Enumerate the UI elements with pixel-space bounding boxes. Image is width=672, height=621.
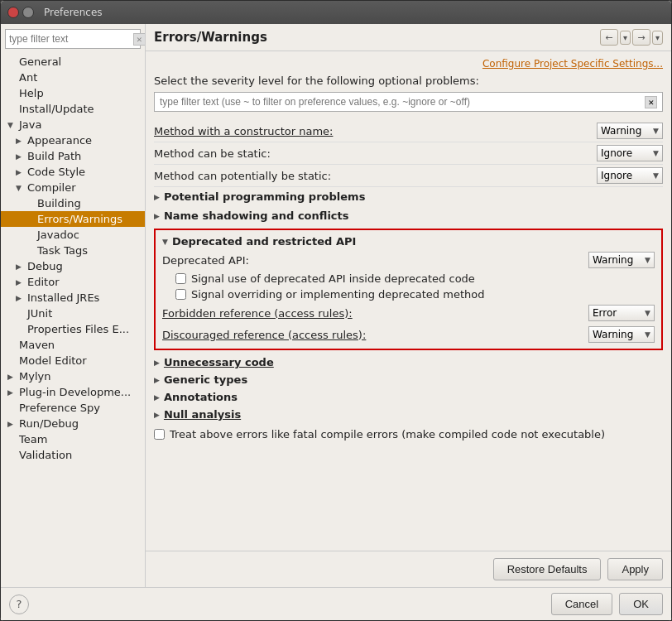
cancel-button[interactable]: Cancel: [551, 593, 612, 615]
forward-dropdown[interactable]: ▾: [652, 31, 663, 45]
sidebar-item-build-path[interactable]: ▶ Build Path: [1, 148, 145, 164]
section-name-shadowing[interactable]: ▶ Name shadowing and conflicts: [154, 206, 663, 225]
sidebar-item-label: JUnit: [27, 307, 52, 320]
sidebar-item-properties-files[interactable]: Properties Files E...: [1, 321, 145, 337]
sidebar-item-label: Appearance: [27, 134, 92, 147]
row-deprecated-api: Deprecated API: Warning ▼: [162, 249, 655, 271]
sidebar-item-model-editor[interactable]: Model Editor: [1, 353, 145, 368]
panel-filter-clear[interactable]: ✕: [645, 96, 657, 108]
sidebar-item-java[interactable]: ▼ Java: [1, 117, 145, 132]
bottom-checkbox-row: Treat above errors like fatal compile er…: [154, 423, 663, 445]
sidebar-item-code-style[interactable]: ▶ Code Style: [1, 164, 145, 180]
apply-button[interactable]: Apply: [607, 558, 663, 580]
sidebar-item-preference-spy[interactable]: Preference Spy: [1, 400, 145, 416]
expand-icon: ▶: [16, 262, 24, 271]
sidebar-item-label: Build Path: [27, 150, 81, 162]
section-label: Name shadowing and conflicts: [164, 209, 349, 222]
sidebar-item-label: Building: [37, 197, 81, 209]
expand-icon: ▶: [154, 359, 160, 367]
sidebar-item-plug-in-dev[interactable]: ▶ Plug-in Developme...: [1, 384, 145, 400]
dropdown-icon: ▼: [645, 256, 650, 264]
sidebar-item-label: Run/Debug: [19, 417, 79, 430]
sidebar-item-install-update[interactable]: Install/Update: [1, 101, 145, 117]
sidebar-item-ant[interactable]: Ant: [1, 70, 145, 85]
sidebar-item-label: Ant: [19, 71, 37, 84]
titlebar: Preferences: [1, 1, 671, 24]
expand-icon: ▶: [154, 411, 160, 419]
sidebar-item-task-tags[interactable]: Task Tags: [1, 243, 145, 258]
expand-icon: ▶: [16, 294, 24, 302]
fatal-errors-label: Treat above errors like fatal compile er…: [170, 428, 605, 440]
sidebar-item-label: Properties Files E...: [27, 323, 129, 335]
severity-select-method-constructor[interactable]: Warning ▼: [597, 123, 663, 139]
severity-value: Warning: [593, 254, 633, 266]
severity-value: Ignore: [601, 147, 632, 159]
sidebar-item-building[interactable]: Building: [1, 195, 145, 211]
sidebar-item-debug[interactable]: ▶ Debug: [1, 258, 145, 274]
close-button[interactable]: [7, 7, 19, 18]
row-label: Method can be static:: [154, 147, 597, 160]
configure-link[interactable]: Configure Project Specific Settings...: [154, 58, 663, 70]
ok-button[interactable]: OK: [619, 593, 663, 615]
bottom-right-buttons: Cancel OK: [551, 593, 663, 615]
sidebar-filter-box[interactable]: ✕: [5, 29, 141, 49]
sidebar-item-editor[interactable]: ▶ Editor: [1, 274, 145, 290]
select-label: Select the severity level for the follow…: [154, 75, 663, 87]
section-unnecessary-code[interactable]: ▶ Unnecessary code: [154, 354, 663, 371]
severity-select-discouraged[interactable]: Warning ▼: [588, 326, 655, 343]
severity-select-deprecated-api[interactable]: Warning ▼: [588, 252, 655, 268]
section-label: Generic types: [164, 373, 247, 386]
deprecated-section: ▼ Deprecated and restricted API Deprecat…: [154, 229, 663, 350]
section-null-analysis[interactable]: ▶ Null analysis: [154, 406, 663, 423]
expand-icon: ▼: [7, 121, 16, 129]
severity-select-forbidden[interactable]: Error ▼: [588, 305, 655, 321]
sidebar-item-label: Mylyn: [19, 370, 50, 383]
deprecated-section-header[interactable]: ▼ Deprecated and restricted API: [162, 233, 655, 249]
sidebar-item-installed-jres[interactable]: ▶ Installed JREs: [1, 290, 145, 306]
sidebar-item-label: Debug: [27, 260, 63, 272]
sidebar-item-run-debug[interactable]: ▶ Run/Debug: [1, 416, 145, 431]
signal-overriding-checkbox[interactable]: [175, 289, 186, 300]
expand-icon: ▶: [16, 278, 24, 286]
sidebar-item-mylyn[interactable]: ▶ Mylyn: [1, 368, 145, 384]
signal-deprecated-checkbox[interactable]: [175, 273, 186, 284]
window-controls: [7, 7, 34, 18]
sidebar-item-compiler[interactable]: ▼ Compiler: [1, 180, 145, 195]
sidebar-item-label: Compiler: [27, 181, 76, 194]
section-potential-programming[interactable]: ▶ Potential programming problems: [154, 187, 663, 206]
panel-filter-input[interactable]: [160, 96, 645, 108]
expand-icon: ▶: [154, 376, 160, 384]
sidebar-filter-clear[interactable]: ✕: [133, 33, 146, 46]
back-dropdown[interactable]: ▾: [620, 31, 631, 45]
sidebar-item-maven[interactable]: Maven: [1, 337, 145, 353]
expand-icon: ▶: [7, 388, 16, 397]
severity-select-method-potentially-static[interactable]: Ignore ▼: [597, 167, 663, 184]
expand-icon: ▶: [16, 168, 24, 176]
sidebar-item-help[interactable]: Help: [1, 85, 145, 101]
sidebar-item-validation[interactable]: Validation: [1, 447, 145, 463]
forward-button[interactable]: →: [632, 29, 650, 46]
expand-icon: ▼: [16, 184, 24, 192]
sidebar-item-errors-warnings[interactable]: Errors/Warnings: [1, 211, 145, 227]
sidebar-item-label: Errors/Warnings: [37, 213, 122, 225]
sidebar-item-junit[interactable]: JUnit: [1, 306, 145, 321]
sidebar-item-team[interactable]: Team: [1, 431, 145, 447]
section-annotations[interactable]: ▶ Annotations: [154, 388, 663, 406]
restore-defaults-button[interactable]: Restore Defaults: [493, 558, 602, 580]
minimize-button[interactable]: [22, 7, 34, 18]
fatal-errors-checkbox[interactable]: [154, 429, 165, 440]
panel-filter-row[interactable]: ✕: [154, 92, 663, 112]
help-button[interactable]: ?: [9, 595, 29, 614]
back-button[interactable]: ←: [600, 29, 618, 46]
sidebar-item-label: Team: [19, 433, 47, 445]
section-generic-types[interactable]: ▶ Generic types: [154, 371, 663, 388]
sidebar-item-javadoc[interactable]: Javadoc: [1, 227, 145, 243]
sidebar-filter-input[interactable]: [9, 33, 133, 45]
severity-select-method-static[interactable]: Ignore ▼: [597, 145, 663, 161]
sidebar-item-general[interactable]: General: [1, 54, 145, 70]
expand-icon: ▶: [154, 193, 160, 201]
checkbox-label: Signal overriding or implementing deprec…: [191, 288, 484, 301]
sidebar-item-appearance[interactable]: ▶ Appearance: [1, 132, 145, 148]
sidebar-item-label: Java: [19, 118, 41, 131]
row-method-static: Method can be static: Ignore ▼: [154, 142, 663, 165]
